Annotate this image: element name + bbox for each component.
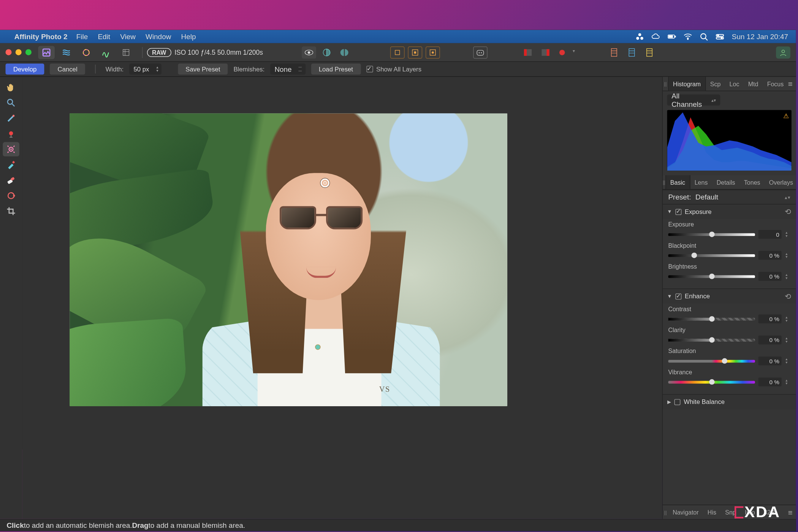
tab-history[interactable]: His: [703, 505, 720, 519]
close-window-button[interactable]: [6, 49, 12, 55]
svg-rect-29: [524, 49, 527, 55]
develop-button[interactable]: Develop: [6, 63, 44, 74]
tab-loc[interactable]: Loc: [725, 77, 744, 90]
slider-track[interactable]: [668, 339, 755, 341]
slider-value[interactable]: 0 %: [758, 336, 782, 344]
svg-point-48: [10, 149, 12, 150]
menu-file[interactable]: File: [76, 32, 88, 41]
tone-clip-icon[interactable]: ▾: [556, 46, 570, 58]
slider-vibrance: Vibrance 0 % ▲▼: [668, 369, 790, 386]
overlay-2-icon[interactable]: [408, 46, 422, 58]
studio-2-icon[interactable]: [624, 46, 639, 58]
tab-details[interactable]: Details: [712, 175, 739, 189]
crop-tool-icon[interactable]: [3, 204, 19, 218]
wifi-icon[interactable]: [684, 32, 692, 41]
overlay-gradient-tool-icon[interactable]: [3, 188, 19, 203]
slider-value[interactable]: 0: [758, 230, 782, 239]
slider-track[interactable]: [668, 318, 755, 320]
menu-view[interactable]: View: [120, 32, 136, 41]
slider-track[interactable]: [668, 275, 755, 278]
stepper[interactable]: ▲▼: [785, 273, 790, 280]
preset-row[interactable]: Preset: Default ▴▾: [663, 190, 796, 204]
stepper[interactable]: ▲▼: [785, 337, 790, 343]
overlay-paint-tool-icon[interactable]: [3, 158, 19, 172]
battery-icon[interactable]: [668, 32, 676, 41]
develop-panel-tabs: || Basic Lens Details Tones Overlays ≡: [663, 175, 796, 190]
histogram-channel-select[interactable]: All Channels▴▾: [667, 95, 720, 106]
menubar-clock[interactable]: Sun 12 Jan 20:47: [732, 32, 788, 41]
persona-photo-icon[interactable]: [38, 46, 55, 59]
slider-track[interactable]: [668, 359, 755, 362]
zoom-tool-icon[interactable]: [3, 96, 19, 110]
account-icon[interactable]: [776, 46, 790, 58]
spotlight-icon[interactable]: [700, 32, 708, 41]
red-eye-tool-icon[interactable]: [3, 127, 19, 141]
slider-value[interactable]: 0 %: [758, 356, 782, 365]
slider-value[interactable]: 0 %: [758, 251, 782, 260]
blemish-cursor-icon: [321, 179, 329, 187]
slider-track[interactable]: [668, 380, 755, 383]
mirror-view-icon[interactable]: [337, 46, 352, 58]
tab-navigator[interactable]: Navigator: [668, 505, 703, 519]
preview-toggle-icon[interactable]: [302, 46, 316, 58]
stepper[interactable]: ▲▼: [785, 316, 790, 322]
studio-1-icon[interactable]: [607, 46, 621, 58]
slider-track[interactable]: [668, 254, 755, 256]
persona-tone-icon[interactable]: [98, 46, 114, 59]
section-header-enhance[interactable]: ▼ Enhance ⟲: [663, 289, 796, 304]
creative-cloud-icon[interactable]: [652, 32, 660, 41]
tab-metadata[interactable]: Mtd: [744, 77, 763, 90]
slider-value[interactable]: 0 %: [758, 377, 782, 386]
blemishes-select[interactable]: None: [270, 63, 306, 74]
cancel-button[interactable]: Cancel: [50, 63, 85, 74]
studio-3-icon[interactable]: [642, 46, 657, 58]
persona-develop-icon[interactable]: [78, 46, 95, 59]
stepper[interactable]: ▲▼: [785, 231, 790, 238]
split-view-icon[interactable]: [319, 46, 334, 58]
overlay-erase-tool-icon[interactable]: [3, 173, 19, 187]
zoom-window-button[interactable]: [25, 49, 32, 55]
reset-icon[interactable]: ⟲: [785, 207, 791, 216]
menu-help[interactable]: Help: [181, 32, 196, 41]
canvas[interactable]: VS: [22, 77, 662, 519]
shadow-clip-icon[interactable]: [521, 46, 535, 58]
tab-focus[interactable]: Focus: [763, 77, 788, 90]
section-header-wb[interactable]: ▶ White Balance: [663, 395, 796, 409]
slider-value[interactable]: 0 %: [758, 272, 782, 281]
control-center-icon[interactable]: [716, 32, 724, 41]
blemish-removal-tool-icon[interactable]: [3, 142, 19, 157]
show-all-layers-checkbox[interactable]: Show All Layers: [366, 66, 421, 72]
menulet-icon[interactable]: [636, 32, 644, 41]
slider-track[interactable]: [668, 233, 755, 236]
tab-histogram[interactable]: Histogram: [668, 77, 706, 90]
slider-value[interactable]: 0 %: [758, 315, 782, 323]
stepper[interactable]: ▲▼: [785, 358, 790, 364]
persona-liquify-icon[interactable]: [58, 46, 75, 59]
highlight-clip-icon[interactable]: [538, 46, 553, 58]
panel-menu-icon[interactable]: ≡: [788, 79, 793, 88]
overlay-1-icon[interactable]: [390, 46, 405, 58]
assistant-icon[interactable]: [473, 46, 488, 58]
slider-blackpoint: Blackpoint 0 % ▲▼: [668, 242, 790, 260]
save-preset-button[interactable]: Save Preset: [178, 63, 228, 74]
tab-basic[interactable]: Basic: [665, 175, 690, 189]
stepper[interactable]: ▲▼: [785, 378, 790, 385]
menu-edit[interactable]: Edit: [98, 32, 110, 41]
panel-menu-icon[interactable]: ≡: [788, 508, 793, 516]
overlay-3-icon[interactable]: [426, 46, 440, 58]
app-name[interactable]: Affinity Photo 2: [14, 32, 68, 41]
load-preset-button[interactable]: Load Preset: [311, 63, 361, 74]
tab-lens[interactable]: Lens: [690, 175, 712, 189]
section-header-exposure[interactable]: ▼ Exposure ⟲: [663, 204, 796, 219]
width-field[interactable]: 50 px ▲▼: [129, 63, 162, 74]
tab-overlays[interactable]: Overlays: [765, 175, 796, 189]
reset-icon[interactable]: ⟲: [785, 292, 791, 301]
tab-scope[interactable]: Scp: [706, 77, 725, 90]
menu-window[interactable]: Window: [146, 32, 171, 41]
minimize-window-button[interactable]: [16, 49, 22, 55]
white-balance-tool-icon[interactable]: [3, 111, 19, 125]
stepper[interactable]: ▲▼: [785, 252, 790, 258]
persona-export-icon[interactable]: [118, 46, 135, 59]
tab-tones[interactable]: Tones: [739, 175, 765, 189]
hand-tool-icon[interactable]: [3, 80, 19, 95]
